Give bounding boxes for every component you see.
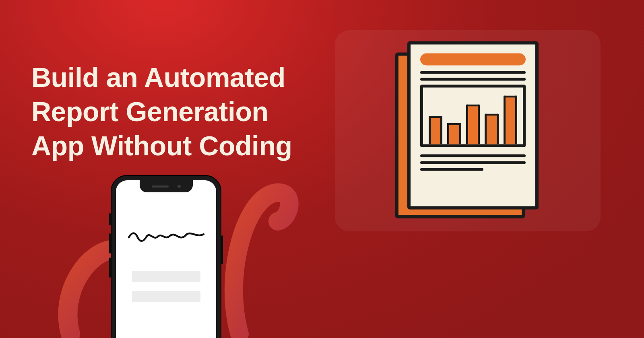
chart-bar (447, 123, 461, 144)
headline-line-1: Build an Automated (31, 62, 285, 93)
chart-bar (504, 96, 517, 144)
illustration-card (335, 30, 601, 231)
phone-screen (116, 180, 216, 338)
placeholder-line (132, 291, 200, 302)
placeholder-line (132, 271, 200, 282)
doc-rule (420, 78, 526, 81)
doc-title-bar (420, 54, 526, 66)
chart-bar (485, 113, 498, 144)
headline-line-3: App Without Coding (31, 130, 292, 161)
report-bar-chart (420, 85, 526, 147)
phone-notch (140, 180, 193, 192)
doc-rule (420, 161, 526, 164)
doc-rule (420, 155, 526, 157)
hero-headline: Build an Automated Report Generation App… (31, 60, 292, 163)
report-document-icon (395, 41, 540, 221)
doc-rule (420, 168, 483, 171)
signature-squiggle-icon (127, 229, 206, 245)
headline-line-2: Report Generation (31, 96, 268, 127)
doc-rule (420, 71, 526, 74)
chart-bar (466, 104, 480, 144)
phone-mockup (111, 175, 221, 338)
chart-bar (429, 116, 442, 144)
